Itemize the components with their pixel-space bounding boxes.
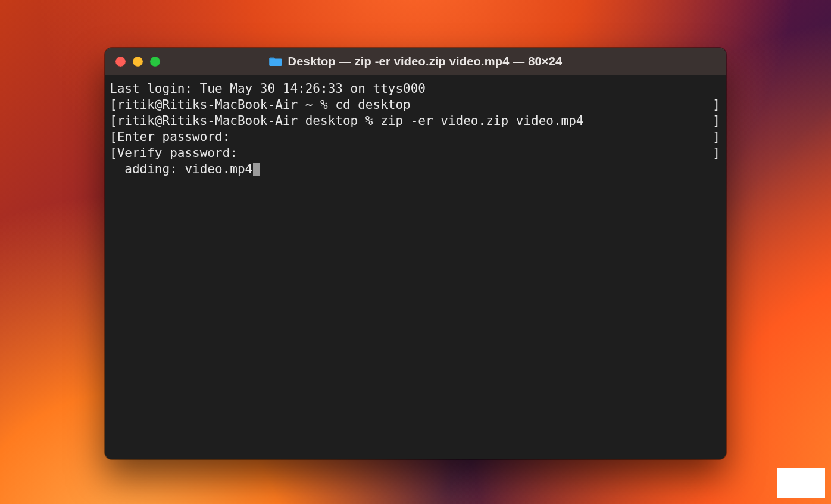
minimize-button[interactable] — [133, 57, 143, 67]
terminal-text: [ritik@Ritiks-MacBook-Air desktop % zip … — [110, 113, 584, 129]
terminal-text: [Enter password: — [110, 129, 230, 145]
maximize-button[interactable] — [150, 57, 160, 67]
terminal-text: adding: video.mp4 — [110, 161, 260, 177]
desktop-wallpaper: Desktop — zip -er video.zip video.mp4 — … — [0, 0, 831, 504]
terminal-line: [ritik@Ritiks-MacBook-Air desktop % zip … — [110, 113, 723, 129]
terminal-text: [Verify password: — [110, 145, 238, 161]
watermark-placeholder — [777, 468, 825, 498]
terminal-line: adding: video.mp4 — [110, 161, 723, 177]
traffic-lights — [115, 57, 160, 67]
close-button[interactable] — [115, 57, 126, 67]
terminal-right-bracket: ] — [713, 113, 723, 129]
window-title: Desktop — zip -er video.zip video.mp4 — … — [288, 55, 563, 68]
terminal-line: [Verify password:] — [110, 145, 723, 161]
terminal-body[interactable]: Last login: Tue May 30 14:26:33 on ttys0… — [105, 75, 726, 459]
terminal-right-bracket: ] — [713, 129, 723, 145]
terminal-text: Last login: Tue May 30 14:26:33 on ttys0… — [110, 81, 426, 97]
cursor-block — [253, 163, 260, 176]
folder-icon — [269, 56, 282, 67]
terminal-line: [ritik@Ritiks-MacBook-Air ~ % cd desktop… — [110, 97, 723, 113]
window-titlebar[interactable]: Desktop — zip -er video.zip video.mp4 — … — [105, 48, 726, 75]
window-title-container: Desktop — zip -er video.zip video.mp4 — … — [105, 55, 726, 68]
terminal-window[interactable]: Desktop — zip -er video.zip video.mp4 — … — [105, 48, 726, 459]
terminal-right-bracket: ] — [713, 145, 723, 161]
terminal-line: Last login: Tue May 30 14:26:33 on ttys0… — [110, 81, 723, 97]
terminal-line: [Enter password:] — [110, 129, 723, 145]
terminal-text: [ritik@Ritiks-MacBook-Air ~ % cd desktop — [110, 97, 411, 113]
terminal-right-bracket: ] — [713, 97, 723, 113]
